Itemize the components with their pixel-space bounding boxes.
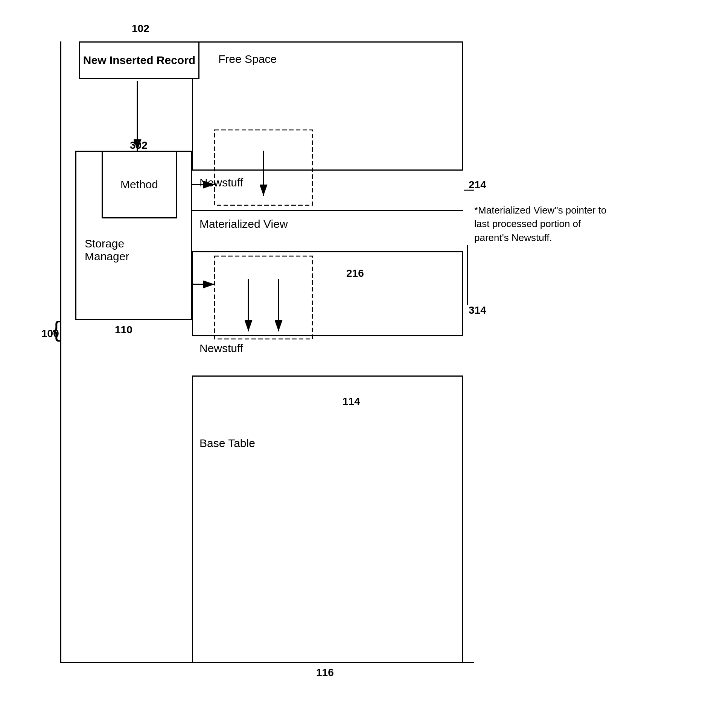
storage-manager-label: StorageManager	[85, 237, 129, 263]
label-116: 116	[316, 667, 334, 679]
newstuff-bottom-label: Newstuff	[199, 342, 243, 355]
label-100: 100	[41, 328, 59, 340]
annotation-line	[467, 245, 468, 305]
free-space-label: Free Space	[218, 53, 277, 66]
base-table-label: Base Table	[199, 437, 255, 450]
method-box: Method	[102, 151, 177, 218]
label-216: 216	[346, 267, 364, 279]
mat-view-section	[192, 211, 463, 252]
label-114: 114	[343, 395, 360, 407]
mat-view-label: Materialized View	[199, 218, 288, 230]
label-214: 214	[469, 179, 486, 191]
newstuff-bottom-section	[192, 335, 463, 377]
newstuff-top-label: Newstuff	[199, 176, 243, 189]
newstuff-top-section	[192, 169, 463, 211]
new-inserted-record-box: New Inserted Record	[79, 41, 199, 79]
annotation-text: *Materialized View"s pointer to last pro…	[474, 203, 617, 244]
label-102: 102	[132, 23, 149, 35]
label-314: 314	[469, 304, 486, 316]
label-110: 110	[115, 324, 132, 336]
label-302: 302	[130, 139, 148, 151]
